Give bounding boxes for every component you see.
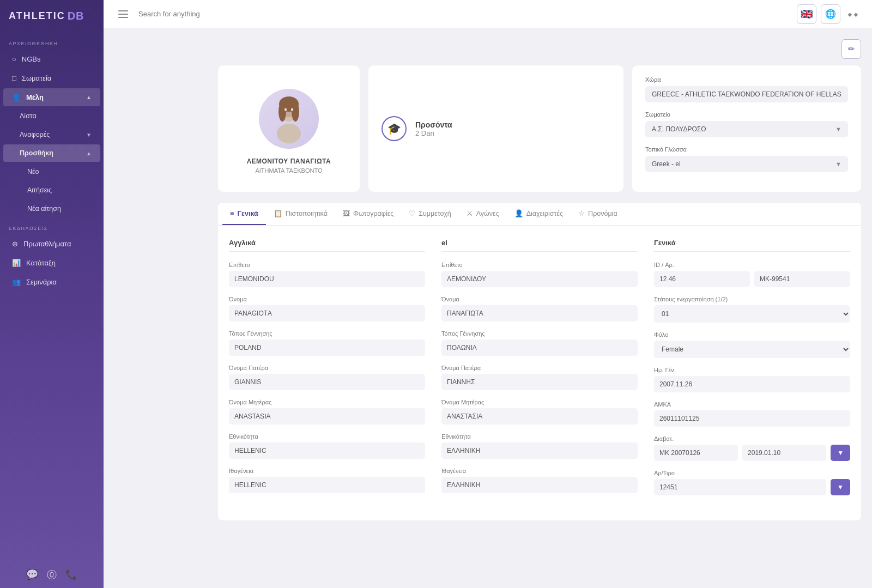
sidebar-item-reports[interactable]: Αναφορές ▼	[3, 126, 100, 143]
tab-competitions-icon: ⚔	[467, 209, 473, 217]
tab-participation-label: Συμμετοχή	[419, 210, 451, 217]
sidebar-item-seminars[interactable]: 👥 Σεμινάρια	[3, 273, 100, 291]
sidebar-bottom-actions: 💬 ⓪ 📞	[0, 562, 104, 588]
sidebar-item-reports-label: Αναφορές	[20, 131, 50, 138]
sidebar-item-list-label: Λίστα	[20, 112, 37, 120]
svg-point-6	[284, 108, 287, 111]
gen-aditiro-input[interactable]	[654, 479, 826, 495]
profile-qualifications-card: 🎓 Προσόντα 2 Dan	[368, 65, 623, 192]
profile-photo-card: ΛΕΜΟΝΙΤΟΥ ΠΑΝΑΓΙΩΤΑ ΑΙΤΗΜΑΤΑ ΤΑΕΚΒΟΝΤΟ	[218, 65, 360, 192]
col2-title: el	[441, 239, 638, 252]
more-options-button[interactable]: ⬥⬥	[845, 8, 861, 20]
gen-passport-input2[interactable]	[742, 445, 826, 461]
settings-button[interactable]: 🌐	[821, 4, 840, 24]
tab-certs[interactable]: 📋 Πιστοποιητικά	[266, 203, 335, 225]
sidebar-item-new-application-label: Νέα αίτηση	[27, 205, 61, 213]
el-nationality-input[interactable]	[441, 442, 638, 459]
gen-aditiro-label: Αρ/Τιρο	[654, 470, 850, 476]
en-surname-input[interactable]	[229, 271, 425, 287]
qualification-sub: 2 Dan	[415, 129, 452, 137]
gen-gender-select[interactable]: Female	[654, 341, 850, 358]
sidebar-item-applications[interactable]: Αιτήσεις	[3, 181, 100, 199]
tabs-bar: ≡ Γενικά 📋 Πιστοποιητικά 🖼 Φωτογραφίες ♡…	[218, 203, 861, 226]
gen-amka-input[interactable]	[654, 410, 850, 427]
gen-id-input2[interactable]	[754, 271, 850, 287]
gen-aditiro-field: Αρ/Τιρο ▼	[654, 470, 850, 495]
country-value: GREECE - ATHLETIC TAEKWONDO FEDERATION O…	[645, 86, 848, 102]
el-citizenship-field: Ιθαγένεια	[441, 468, 638, 493]
sidebar-item-clubs[interactable]: □ Σωματεία	[3, 69, 100, 87]
sidebar-item-add[interactable]: Προσθήκη ▲	[3, 144, 100, 162]
sidebar-item-new[interactable]: Νέο	[3, 163, 100, 180]
tab-participation[interactable]: ♡ Συμμετοχή	[401, 203, 458, 225]
el-surname-field: Επίθετο	[441, 262, 638, 287]
app-logo: ATHLETIC DB	[0, 0, 104, 33]
el-surname-input[interactable]	[441, 271, 638, 287]
tab-photos[interactable]: 🖼 Φωτογραφίες	[335, 203, 401, 225]
sidebar-item-championships[interactable]: ⊕ Πρωταθλήματα	[3, 235, 100, 253]
el-mothername-field: Όνομα Μητέρας	[441, 399, 638, 425]
edit-button[interactable]: ✏	[841, 39, 861, 59]
form-col-en: Αγγλικά Επίθετο Όνομα Τόπος Γέννησης	[229, 239, 425, 504]
gen-aditiro-add-button[interactable]: ▼	[831, 479, 850, 495]
en-name-label: Όνομα	[229, 296, 425, 302]
lang-dropdown-icon[interactable]: ▼	[835, 161, 841, 167]
en-nationality-input[interactable]	[229, 442, 425, 459]
profile-right-card: Χώρα GREECE - ATHLETIC TAEKWONDO FEDERAT…	[632, 65, 861, 192]
search-input[interactable]	[138, 5, 790, 23]
tab-competitions[interactable]: ⚔ Αγώνες	[459, 203, 507, 225]
en-mothername-input[interactable]	[229, 408, 425, 425]
championships-icon: ⊕	[12, 240, 18, 248]
en-name-input[interactable]	[229, 305, 425, 322]
en-fathername-input[interactable]	[229, 374, 425, 390]
gen-passport-input1[interactable]	[654, 445, 738, 461]
main-content: ✏ ΛΕΜΟΝΙΤΟΥ	[207, 28, 872, 588]
gen-dob-input[interactable]	[654, 376, 850, 392]
el-citizenship-input[interactable]	[441, 477, 638, 493]
members-chevron-icon: ▲	[86, 94, 92, 100]
sidebar-item-ranking[interactable]: 📊 Κατάταξη	[3, 254, 100, 272]
phone-icon[interactable]: 📞	[65, 568, 77, 581]
svg-point-3	[278, 102, 286, 122]
help-icon[interactable]: ⓪	[47, 568, 57, 581]
club-dropdown-icon[interactable]: ▼	[835, 126, 841, 132]
tab-general[interactable]: ≡ Γενικά	[222, 203, 266, 225]
clubs-icon: □	[12, 74, 16, 82]
gen-id-input1[interactable]	[654, 271, 750, 287]
el-name-label: Όνομα	[441, 296, 638, 302]
en-surname-field: Επίθετο	[229, 262, 425, 287]
el-birthplace-field: Τόπος Γέννησης	[441, 330, 638, 356]
tab-photos-icon: 🖼	[343, 209, 350, 217]
en-mothername-label: Όνομα Μητέρας	[229, 399, 425, 405]
tab-managers[interactable]: 👤 Διαχειριστές	[507, 203, 571, 225]
gen-passport-field: Διαβατ. ▼	[654, 435, 850, 461]
en-birthplace-input[interactable]	[229, 340, 425, 356]
el-mothername-label: Όνομα Μητέρας	[441, 399, 638, 405]
el-fathername-label: Όνομα Πατέρα	[441, 365, 638, 371]
sidebar-item-ngbs[interactable]: ○ NGBs	[3, 50, 100, 68]
tab-managers-label: Διαχειριστές	[526, 210, 563, 217]
el-name-input[interactable]	[441, 305, 638, 322]
form-area: Αγγλικά Επίθετο Όνομα Τόπος Γέννησης	[218, 226, 861, 520]
country-text: GREECE - ATHLETIC TAEKWONDO FEDERATION O…	[652, 90, 841, 98]
el-birthplace-label: Τόπος Γέννησης	[441, 330, 638, 337]
country-field: Χώρα GREECE - ATHLETIC TAEKWONDO FEDERAT…	[645, 76, 848, 102]
sidebar-item-list[interactable]: Λίστα	[3, 107, 100, 125]
svg-point-4	[292, 102, 299, 122]
el-mothername-input[interactable]	[441, 408, 638, 425]
sidebar-item-new-application[interactable]: Νέα αίτηση	[3, 200, 100, 217]
sidebar-item-members[interactable]: 👤 Μέλη ▲	[3, 88, 100, 106]
gen-status-select[interactable]: 01	[654, 305, 850, 323]
sidebar-section2-label: ΕΚΔΗΛΩΣΕΙΣ	[0, 218, 104, 234]
menu-toggle-button[interactable]	[114, 5, 132, 23]
tab-privileges[interactable]: ☆ Προνόμια	[571, 203, 625, 225]
gen-passport-add-button[interactable]: ▼	[831, 445, 850, 461]
gen-id-label: ID / Αρ.	[654, 262, 850, 268]
el-birthplace-input[interactable]	[441, 340, 638, 356]
gen-amka-field: ΑΜΚΑ	[654, 401, 850, 427]
tab-general-icon: ≡	[230, 209, 234, 217]
chat-icon[interactable]: 💬	[26, 568, 38, 581]
el-fathername-input[interactable]	[441, 374, 638, 390]
en-citizenship-input[interactable]	[229, 477, 425, 493]
language-uk-button[interactable]: 🇬🇧	[797, 4, 816, 24]
